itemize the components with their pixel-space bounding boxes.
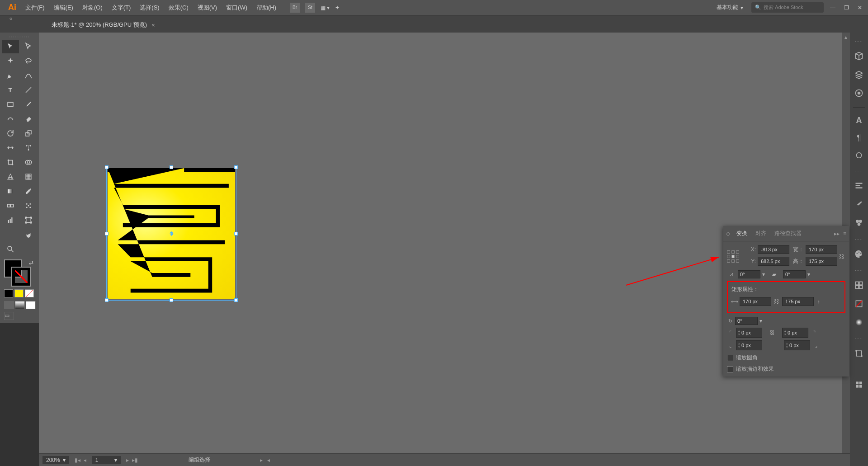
slice-tool[interactable] (2, 228, 19, 241)
cc-libraries-icon[interactable] (854, 89, 863, 99)
scale-tool[interactable] (20, 127, 37, 140)
width-tool[interactable] (2, 141, 19, 155)
menu-view[interactable]: 视图(V) (193, 0, 222, 15)
paintbrush-tool[interactable] (20, 98, 37, 111)
shear-input[interactable]: 0° (783, 270, 806, 278)
paragraph-panel-icon[interactable]: ¶ (857, 133, 861, 143)
artboard-tool[interactable] (20, 213, 37, 227)
scale-corners-checkbox[interactable] (727, 355, 733, 361)
resize-handle-br[interactable] (234, 298, 238, 302)
menu-object[interactable]: 对象(O) (78, 0, 107, 15)
strip-grip-icon[interactable]: ····· (855, 39, 863, 43)
graph-tool[interactable] (2, 213, 19, 227)
fill-stroke-swatch[interactable]: ⇄ (2, 259, 36, 287)
corner-bl-input[interactable]: ▴▾0 px (736, 340, 762, 350)
selected-artwork[interactable] (108, 168, 235, 299)
menu-window[interactable]: 窗口(W) (222, 0, 252, 15)
resize-handle-bl[interactable] (105, 298, 108, 302)
selection-tool[interactable] (2, 40, 19, 53)
link-wh-icon[interactable]: ⛓ (838, 254, 845, 260)
color-mode-gradient[interactable] (15, 301, 25, 309)
nav-first-icon[interactable]: ▮◂ (74, 457, 81, 463)
strip-grip-icon-2[interactable]: ····· (855, 169, 863, 173)
color-mode-normal[interactable] (4, 301, 14, 309)
menu-edit[interactable]: 编辑(E) (49, 0, 78, 15)
nav-last-icon[interactable]: ▸▮ (131, 457, 139, 463)
line-tool[interactable] (20, 83, 37, 97)
opentype-panel-icon[interactable]: O (856, 151, 862, 160)
rect-rotate-input[interactable]: 0° (735, 317, 758, 325)
workspace-selector[interactable]: 基本功能 ▾ (713, 2, 747, 13)
rotate-dropdown-icon[interactable]: ▾ (762, 271, 765, 278)
strip-grip-icon-3[interactable]: ····· (855, 237, 863, 241)
rect-width-input[interactable] (740, 297, 771, 306)
arrange-docs-icon[interactable]: ▦ ▾ (321, 5, 330, 11)
appearance-panel-icon[interactable] (854, 380, 863, 391)
character-panel-icon[interactable]: A (856, 116, 862, 125)
layers-icon[interactable] (854, 70, 863, 80)
gradient-tool[interactable] (2, 184, 19, 198)
corner-br-input[interactable]: ▴▾0 px (784, 340, 810, 350)
blend-tool[interactable] (2, 199, 19, 212)
menu-select[interactable]: 选择(S) (135, 0, 164, 15)
menu-help[interactable]: 帮助(H) (252, 0, 281, 15)
reference-point-grid[interactable] (727, 250, 740, 263)
artboard-selector[interactable]: 1 ▾ (92, 456, 121, 464)
close-tab-icon[interactable]: × (151, 22, 155, 28)
rect-rotate-dropdown-icon[interactable]: ▾ (760, 318, 762, 324)
scroll-up-icon[interactable]: ▴ (842, 34, 850, 40)
brushes-panel-icon[interactable] (854, 200, 863, 210)
shaper-tool[interactable] (2, 112, 19, 126)
free-tfm-tool[interactable] (2, 155, 19, 169)
no-color-icon[interactable] (854, 299, 863, 310)
corner-tr-icon[interactable]: ⌝ (811, 329, 817, 336)
height-input[interactable] (806, 257, 837, 266)
type-tool[interactable]: T (2, 83, 19, 97)
shear-dropdown-icon[interactable]: ▾ (807, 271, 810, 278)
color-panel-icon[interactable] (854, 249, 863, 260)
window-close-icon[interactable]: ✕ (855, 5, 864, 11)
corner-br-icon[interactable]: ⌟ (813, 342, 819, 348)
swatches-panel-icon[interactable] (854, 218, 863, 229)
stock-icon[interactable]: St (305, 3, 315, 13)
swatch-yellow[interactable] (14, 289, 24, 297)
transform-panel-icon[interactable] (854, 349, 863, 359)
zoom-tool[interactable] (2, 242, 19, 256)
hand-tool[interactable] (20, 228, 37, 241)
panel-menu-icon[interactable]: ≡ (843, 231, 846, 237)
align-panel-icon[interactable] (854, 181, 863, 192)
corner-tr-input[interactable]: ▴▾0 px (782, 328, 808, 338)
search-stock-input[interactable]: 🔍 搜索 Adobe Stock (751, 2, 824, 13)
corner-tl-input[interactable]: ▴▾0 px (736, 328, 762, 338)
control-bar-handle[interactable]: « (0, 15, 22, 22)
pathfinder-tab[interactable]: 路径查找器 (773, 228, 803, 239)
document-tab[interactable]: 未标题-1* @ 200% (RGB/GPU 预览) × (45, 17, 161, 33)
direct-selection-tool[interactable] (20, 40, 37, 53)
symbol-tool[interactable] (20, 199, 37, 212)
eraser-tool[interactable] (20, 112, 37, 126)
resize-handle-tr[interactable] (234, 165, 238, 169)
resize-handle-bm[interactable] (170, 298, 173, 302)
resize-handle-mr[interactable] (234, 232, 238, 235)
rectangle-tool[interactable] (2, 98, 19, 111)
rotate-tool[interactable] (2, 127, 19, 140)
zoom-selector[interactable]: 200% ▾ (42, 456, 69, 464)
resize-handle-tl[interactable] (105, 165, 108, 169)
align-tab[interactable]: 对齐 (754, 228, 768, 239)
curvature-tool[interactable] (20, 69, 37, 82)
y-input[interactable] (758, 257, 789, 266)
stroke-color-box[interactable] (12, 268, 30, 286)
status-play-icon[interactable]: ▸ (260, 457, 263, 463)
rect-height-input[interactable] (782, 297, 814, 306)
scale-effects-checkbox[interactable] (727, 366, 733, 372)
menu-type[interactable]: 文字(T) (107, 0, 136, 15)
rotate-input[interactable]: 0° (738, 270, 760, 278)
nav-next-icon[interactable]: ▸ (125, 457, 130, 463)
gpu-icon[interactable]: ✦ (335, 5, 340, 11)
swatches-icon[interactable] (854, 281, 863, 291)
resize-handle-ml[interactable] (105, 232, 108, 235)
bridge-icon[interactable]: Br (290, 3, 300, 13)
gradient-panel-icon[interactable] (854, 318, 863, 328)
panel-link-icon[interactable]: ◇ (726, 231, 730, 237)
window-restore-icon[interactable]: ❐ (842, 5, 851, 11)
